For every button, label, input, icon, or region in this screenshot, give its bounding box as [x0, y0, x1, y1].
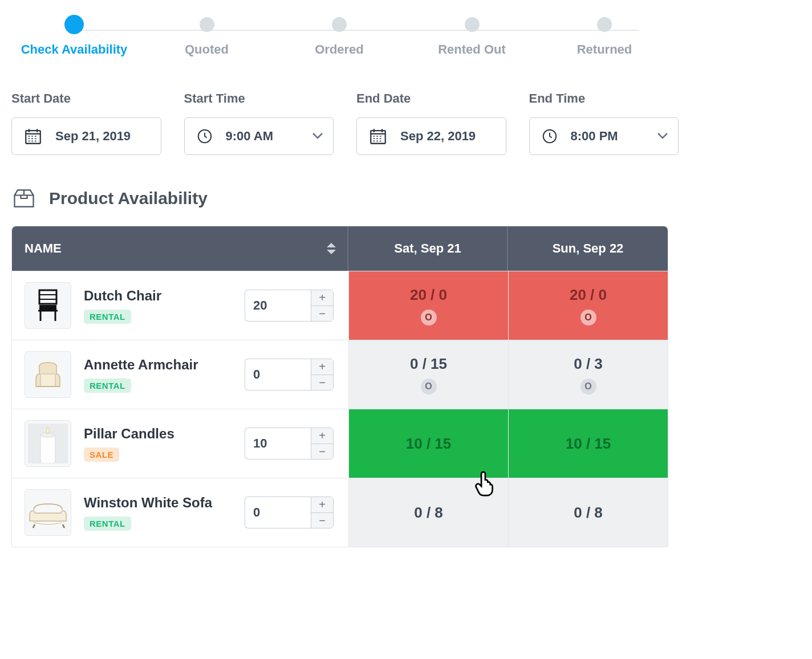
column-header-name[interactable]: NAME — [12, 226, 348, 271]
info-icon[interactable]: O — [580, 310, 596, 326]
info-icon[interactable]: O — [421, 310, 437, 326]
column-header-day1: Sat, Sep 21 — [348, 226, 508, 271]
product-tag: RENTAL — [84, 310, 131, 324]
end-date-value: Sep 22, 2019 — [400, 129, 476, 144]
step-rented-out[interactable]: Rented Out — [415, 17, 529, 57]
table-body: Dutch ChairRENTAL+−20 / 0O20 / 0OAnnette… — [12, 271, 668, 547]
section-header: Product Availability — [11, 187, 801, 210]
clock-icon — [541, 128, 558, 145]
sort-icon[interactable] — [327, 243, 336, 254]
product-meta: Dutch ChairRENTAL — [84, 288, 161, 324]
chevron-down-icon — [657, 133, 668, 140]
availability-value: 0 / 8 — [414, 504, 443, 522]
step-dot — [200, 17, 214, 32]
quantity-input[interactable] — [245, 290, 311, 322]
end-time-group: End Time 8:00 PM — [529, 91, 679, 155]
table-row: Pillar CandlesSALE+−10 / 1510 / 15 — [12, 409, 668, 478]
step-dot — [597, 17, 612, 32]
info-icon[interactable]: O — [421, 379, 437, 394]
availability-table: NAME Sat, Sep 21 Sun, Sep 22 Dutch Chair… — [11, 226, 668, 547]
availability-value: 20 / 0 — [410, 286, 447, 304]
product-name[interactable]: Dutch Chair — [84, 288, 161, 304]
quantity-increment-button[interactable]: + — [311, 428, 333, 444]
availability-value: 10 / 15 — [566, 435, 611, 453]
step-check-availability[interactable]: Check Availability — [17, 17, 131, 57]
svg-rect-2 — [371, 131, 385, 144]
product-cell: Dutch ChairRENTAL+− — [12, 271, 348, 340]
availability-cell-day2[interactable]: 20 / 0O — [508, 271, 668, 340]
quantity-input[interactable] — [245, 359, 311, 390]
quantity-input[interactable] — [245, 497, 311, 528]
step-dot — [465, 17, 480, 32]
start-date-value: Sep 21, 2019 — [55, 129, 131, 144]
product-name[interactable]: Winston White Sofa — [84, 495, 212, 511]
datetime-row: Start Date Sep 21, 2019 Start Time 9:00 … — [11, 91, 679, 155]
info-icon[interactable]: O — [580, 379, 596, 394]
quantity-decrement-button[interactable]: − — [311, 306, 333, 322]
quantity-increment-button[interactable]: + — [311, 290, 333, 306]
product-name[interactable]: Annette Armchair — [84, 357, 198, 373]
column-header-day2: Sun, Sep 22 — [508, 226, 668, 271]
quantity-increment-button[interactable]: + — [311, 359, 333, 375]
availability-cell-day1[interactable]: 10 / 15 — [348, 409, 508, 478]
start-date-group: Start Date Sep 21, 2019 — [11, 91, 161, 155]
product-thumbnail[interactable] — [25, 282, 71, 329]
availability-cell-day2[interactable]: 0 / 3O — [508, 340, 668, 409]
table-row: Annette ArmchairRENTAL+−0 / 15O0 / 3O — [12, 340, 668, 409]
availability-cell-day1[interactable]: 20 / 0O — [348, 271, 508, 340]
availability-value: 0 / 15 — [410, 355, 447, 373]
availability-cell-day2[interactable]: 10 / 15 — [508, 409, 668, 478]
availability-value: 0 / 3 — [574, 355, 603, 373]
product-meta: Annette ArmchairRENTAL — [84, 357, 198, 393]
table-row: Dutch ChairRENTAL+−20 / 0O20 / 0O — [12, 271, 668, 340]
quantity-increment-button[interactable]: + — [311, 497, 333, 512]
product-cell: Annette ArmchairRENTAL+− — [12, 340, 348, 409]
product-thumbnail[interactable] — [25, 420, 71, 467]
quantity-decrement-button[interactable]: − — [311, 512, 333, 528]
step-ordered[interactable]: Ordered — [282, 17, 396, 57]
field-label: End Date — [356, 91, 506, 106]
product-tag: SALE — [84, 448, 119, 462]
quantity-decrement-button[interactable]: − — [311, 375, 333, 390]
product-thumbnail[interactable] — [25, 489, 71, 536]
step-label: Quoted — [185, 42, 229, 57]
quantity-input[interactable] — [245, 428, 311, 459]
start-date-field[interactable]: Sep 21, 2019 — [11, 117, 161, 155]
column-label: Sat, Sep 21 — [394, 241, 461, 256]
start-time-field[interactable]: 9:00 AM — [184, 117, 334, 155]
quantity-stepper: +− — [245, 290, 334, 322]
progress-stepper: Check Availability Quoted Ordered Rented… — [11, 17, 667, 57]
step-quoted[interactable]: Quoted — [150, 17, 264, 57]
step-returned[interactable]: Returned — [547, 17, 661, 57]
field-label: Start Date — [11, 91, 161, 106]
step-label: Returned — [577, 42, 632, 57]
step-label: Check Availability — [21, 42, 128, 57]
end-date-field[interactable]: Sep 22, 2019 — [356, 117, 506, 155]
product-name[interactable]: Pillar Candles — [84, 426, 174, 442]
clock-icon — [196, 128, 213, 145]
quantity-stepper: +− — [245, 497, 334, 528]
availability-cell-day2[interactable]: 0 / 8 — [508, 478, 668, 547]
product-thumbnail[interactable] — [25, 351, 71, 398]
availability-value: 0 / 8 — [574, 504, 603, 522]
step-label: Ordered — [315, 42, 364, 57]
quantity-decrement-button[interactable]: − — [311, 444, 333, 459]
table-row: Winston White SofaRENTAL+−0 / 80 / 8 — [12, 478, 668, 547]
step-dot — [332, 17, 347, 32]
end-time-field[interactable]: 8:00 PM — [529, 117, 679, 155]
package-icon — [11, 187, 36, 210]
product-cell: Winston White SofaRENTAL+− — [12, 478, 348, 547]
product-meta: Pillar CandlesSALE — [84, 426, 174, 462]
availability-value: 20 / 0 — [570, 286, 607, 304]
product-tag: RENTAL — [84, 379, 131, 393]
quantity-buttons: +− — [311, 497, 334, 528]
step-dot-active — [64, 15, 84, 34]
quantity-stepper: +− — [245, 428, 334, 459]
start-time-group: Start Time 9:00 AM — [184, 91, 334, 155]
availability-cell-day1[interactable]: 0 / 15O — [348, 340, 508, 409]
start-time-value: 9:00 AM — [226, 129, 274, 144]
pointer-cursor-icon — [474, 469, 499, 497]
end-date-group: End Date Sep 22, 2019 — [356, 91, 506, 155]
product-meta: Winston White SofaRENTAL — [84, 495, 212, 531]
svg-rect-0 — [26, 131, 40, 144]
